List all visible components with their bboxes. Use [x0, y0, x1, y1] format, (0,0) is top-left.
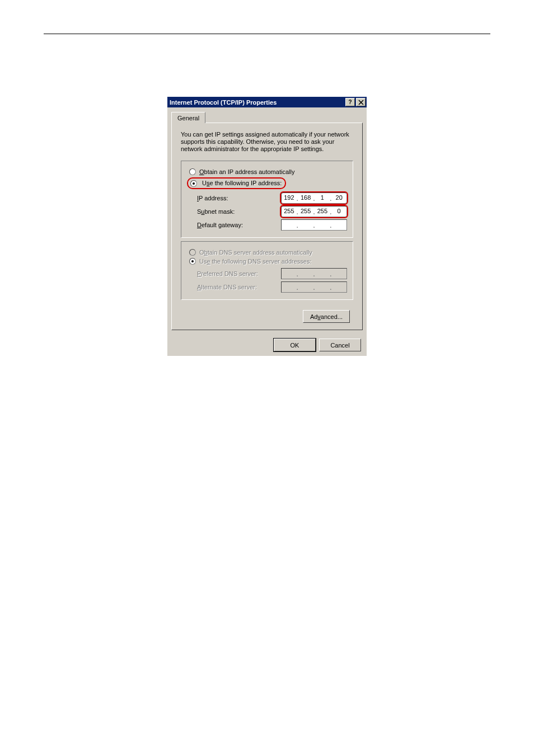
radio-label: Obtain an IP address automatically	[199, 168, 294, 175]
octet[interactable]	[315, 282, 330, 292]
radio-icon[interactable]	[189, 168, 196, 175]
window-title: Internet Protocol (TCP/IP) Properties	[170, 99, 344, 106]
label-subnet-mask: Subnet mask:	[197, 208, 281, 215]
label-ip-address: IP address:	[197, 195, 281, 201]
cancel-button[interactable]: Cancel	[319, 339, 361, 351]
octet[interactable]	[331, 220, 346, 230]
octet[interactable]: 20	[331, 193, 346, 203]
radio-icon	[189, 249, 196, 256]
dialog-button-bar: OK Cancel	[167, 334, 367, 356]
octet[interactable]	[315, 269, 330, 279]
tab-strip: General	[167, 107, 367, 123]
row-alternate-dns: Alternate DNS server: . . .	[187, 280, 347, 294]
help-icon[interactable]: ?	[345, 98, 355, 106]
default-gateway-field[interactable]: . . .	[281, 219, 347, 231]
row-preferred-dns: Preferred DNS server: . . .	[187, 267, 347, 280]
octet[interactable]: 255	[282, 206, 297, 217]
row-subnet-mask: Subnet mask: 255. 255. 255. 0	[187, 205, 347, 218]
octet[interactable]	[315, 220, 330, 230]
ok-button[interactable]: OK	[274, 339, 316, 351]
row-default-gateway: Default gateway: . . .	[187, 218, 347, 232]
octet[interactable]: 255	[315, 206, 330, 217]
title-bar: Internet Protocol (TCP/IP) Properties ?	[167, 97, 367, 107]
alternate-dns-field[interactable]: . . .	[281, 281, 347, 293]
highlight-callout: Use the following IP address:	[187, 177, 286, 189]
dns-group: Obtain DNS server address automatically …	[181, 241, 353, 300]
subnet-mask-field[interactable]: 255. 255. 255. 0	[281, 206, 347, 217]
advanced-button[interactable]: Advanced...	[303, 310, 350, 323]
radio-icon[interactable]	[190, 180, 197, 187]
label-preferred-dns: Preferred DNS server:	[197, 270, 281, 277]
row-ip-address: IP address: 192. 168. 1. 20	[187, 191, 347, 205]
tab-general[interactable]: General	[171, 112, 205, 123]
radio-use-following-dns[interactable]: Use the following DNS server addresses:	[189, 258, 347, 265]
radio-label: Use the following DNS server addresses:	[199, 258, 312, 265]
preferred-dns-field[interactable]: . . .	[281, 268, 347, 279]
tcpip-properties-dialog: Internet Protocol (TCP/IP) Properties ? …	[167, 97, 367, 356]
octet[interactable]: 0	[331, 206, 346, 217]
octet[interactable]	[282, 220, 297, 230]
ip-group: Obtain an IP address automatically Use t…	[181, 161, 353, 238]
octet[interactable]: 1	[315, 193, 330, 203]
radio-use-following-ip[interactable]: Use the following IP address:	[189, 177, 347, 189]
octet[interactable]	[282, 269, 297, 279]
label-default-gateway: Default gateway:	[197, 222, 281, 228]
octet[interactable]: 192	[282, 193, 297, 203]
intro-text: You can get IP settings assigned automat…	[181, 131, 353, 153]
octet[interactable]	[331, 282, 346, 292]
octet[interactable]: 255	[298, 206, 313, 217]
radio-icon[interactable]	[189, 258, 196, 265]
label-alternate-dns: Alternate DNS server:	[197, 284, 281, 290]
tab-pane-general: You can get IP settings assigned automat…	[171, 123, 363, 330]
radio-label: Obtain DNS server address automatically	[199, 249, 312, 256]
close-icon[interactable]	[356, 98, 366, 106]
octet[interactable]: 168	[298, 193, 313, 203]
octet[interactable]	[331, 269, 346, 279]
ip-address-field[interactable]: 192. 168. 1. 20	[281, 192, 347, 204]
radio-obtain-ip-auto[interactable]: Obtain an IP address automatically	[189, 168, 347, 175]
radio-obtain-dns-auto: Obtain DNS server address automatically	[189, 249, 347, 256]
octet[interactable]	[298, 269, 313, 279]
octet[interactable]	[298, 220, 313, 230]
octet[interactable]	[282, 282, 297, 292]
horizontal-rule	[44, 34, 490, 34]
octet[interactable]	[298, 282, 313, 292]
tab-label: General	[177, 115, 199, 121]
radio-label: Use the following IP address:	[202, 180, 282, 186]
